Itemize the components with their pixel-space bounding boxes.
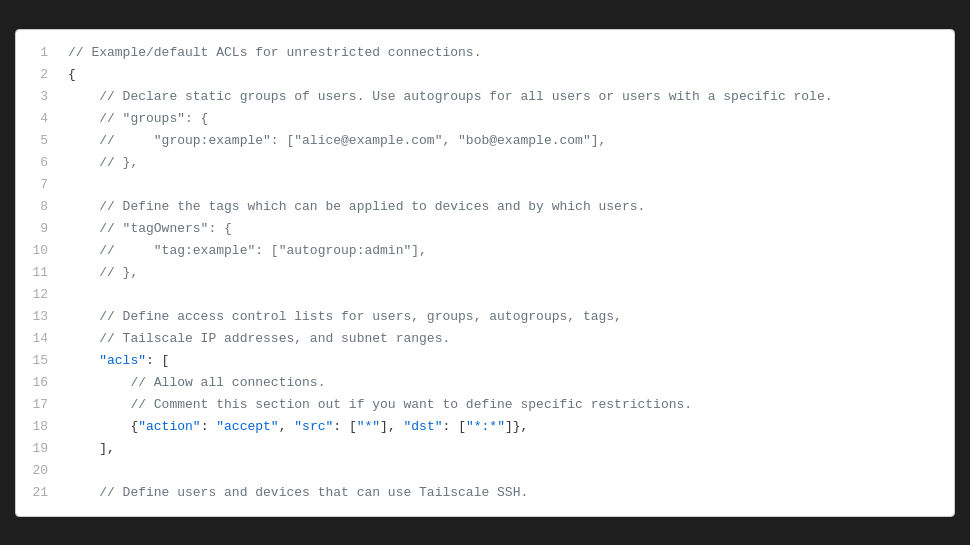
line-number: 13 [28,306,48,328]
punctuation-token: : [201,419,217,434]
comment-token: // Define users and devices that can use… [68,485,528,500]
punctuation-token: { [68,419,138,434]
comment-token: // "group:example": ["alice@example.com"… [68,133,606,148]
line-number: 18 [28,416,48,438]
line-number: 11 [28,262,48,284]
code-line: // Allow all connections. [68,372,942,394]
punctuation-token: , [279,419,295,434]
code-line: ], [68,438,942,460]
comment-token: // }, [68,265,138,280]
string-token: "*:*" [466,419,505,434]
line-number: 6 [28,152,48,174]
code-line: // "groups": { [68,108,942,130]
code-line: // Declare static groups of users. Use a… [68,86,942,108]
line-number: 3 [28,86,48,108]
punctuation-token: { [68,67,76,82]
code-line: // "group:example": ["alice@example.com"… [68,130,942,152]
line-number: 17 [28,394,48,416]
punctuation-token: ], [68,441,115,456]
string-token: "acls" [68,353,146,368]
code-line [68,460,942,482]
code-line: // Define access control lists for users… [68,306,942,328]
code-line: // }, [68,152,942,174]
line-number: 16 [28,372,48,394]
code-line: // Define the tags which can be applied … [68,196,942,218]
code-area: 123456789101112131415161718192021 // Exa… [16,30,954,516]
string-token: "dst" [404,419,443,434]
string-token: "src" [294,419,333,434]
line-number: 21 [28,482,48,504]
code-line: "acls": [ [68,350,942,372]
punctuation-token: : [ [443,419,466,434]
punctuation-token: : [ [146,353,169,368]
code-line [68,174,942,196]
line-number: 8 [28,196,48,218]
comment-token: // "groups": { [68,111,208,126]
comment-token: // Tailscale IP addresses, and subnet ra… [68,331,450,346]
line-number: 12 [28,284,48,306]
string-token: "action" [138,419,200,434]
code-line: // "tagOwners": { [68,218,942,240]
comment-token: // "tag:example": ["autogroup:admin"], [68,243,427,258]
line-number: 15 [28,350,48,372]
line-number: 1 [28,42,48,64]
code-line: { [68,64,942,86]
code-line: // Define users and devices that can use… [68,482,942,504]
line-number: 2 [28,64,48,86]
code-lines[interactable]: // Example/default ACLs for unrestricted… [56,42,954,504]
comment-token: // "tagOwners": { [68,221,232,236]
line-number: 14 [28,328,48,350]
code-line: // Tailscale IP addresses, and subnet ra… [68,328,942,350]
code-line: // "tag:example": ["autogroup:admin"], [68,240,942,262]
code-editor: 123456789101112131415161718192021 // Exa… [15,29,955,517]
line-number: 4 [28,108,48,130]
line-number: 10 [28,240,48,262]
line-number: 7 [28,174,48,196]
comment-token: // }, [68,155,138,170]
comment-token: // Comment this section out if you want … [68,397,692,412]
punctuation-token: ]}, [505,419,528,434]
punctuation-token: ], [380,419,403,434]
code-line: {"action": "accept", "src": ["*"], "dst"… [68,416,942,438]
string-token: "accept" [216,419,278,434]
code-line: // }, [68,262,942,284]
code-line: // Example/default ACLs for unrestricted… [68,42,942,64]
comment-token: // Example/default ACLs for unrestricted… [68,45,481,60]
string-token: "*" [357,419,380,434]
punctuation-token: : [ [333,419,356,434]
comment-token: // Declare static groups of users. Use a… [68,89,833,104]
line-number: 19 [28,438,48,460]
line-number: 5 [28,130,48,152]
comment-token: // Allow all connections. [68,375,325,390]
line-number: 20 [28,460,48,482]
line-numbers: 123456789101112131415161718192021 [16,42,56,504]
code-line: // Comment this section out if you want … [68,394,942,416]
comment-token: // Define access control lists for users… [68,309,622,324]
code-line [68,284,942,306]
line-number: 9 [28,218,48,240]
comment-token: // Define the tags which can be applied … [68,199,645,214]
